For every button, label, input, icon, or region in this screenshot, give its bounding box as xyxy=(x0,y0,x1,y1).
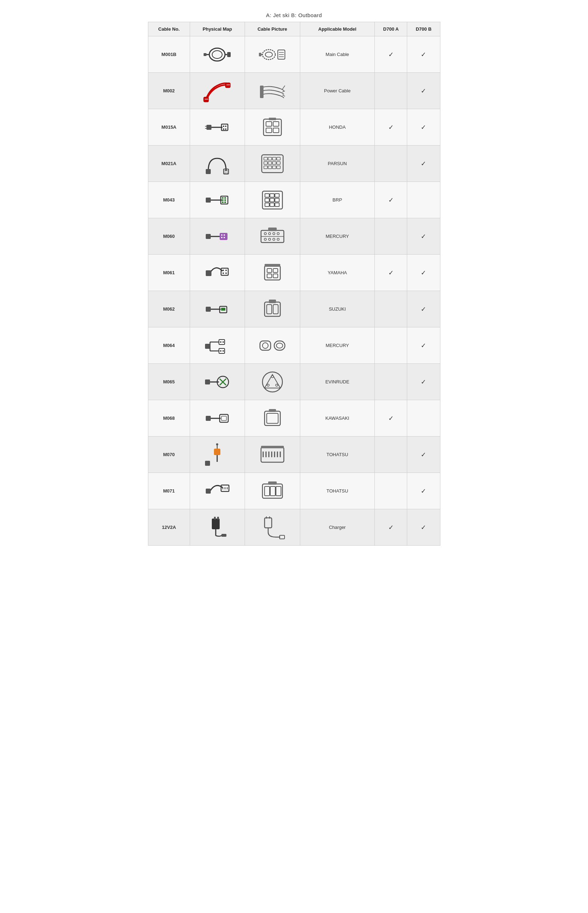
physical-map-cell xyxy=(190,109,245,145)
svg-rect-51 xyxy=(264,162,267,165)
svg-rect-171 xyxy=(217,517,219,520)
cable-picture-cell xyxy=(245,218,300,255)
svg-point-28 xyxy=(225,126,226,127)
cable-picture-icon xyxy=(247,112,298,142)
applicable-model-cell: Main Cable xyxy=(300,36,375,73)
svg-point-129 xyxy=(276,343,283,348)
svg-rect-75 xyxy=(265,203,269,207)
d700b-cell: ✓ xyxy=(407,364,440,400)
cable-picture-icon xyxy=(247,403,298,433)
svg-point-94 xyxy=(277,238,279,241)
svg-rect-38 xyxy=(273,128,279,133)
svg-rect-47 xyxy=(264,157,267,160)
svg-line-24 xyxy=(283,95,285,96)
svg-point-42 xyxy=(225,170,226,171)
svg-rect-167 xyxy=(276,486,281,496)
svg-rect-62 xyxy=(224,197,226,199)
physical-map-cell xyxy=(190,218,245,255)
svg-rect-73 xyxy=(270,198,274,202)
cable-picture-cell xyxy=(245,509,300,546)
cable-picture-cell xyxy=(245,109,300,145)
svg-rect-31 xyxy=(207,125,212,130)
svg-point-9 xyxy=(262,50,275,60)
svg-rect-169 xyxy=(212,519,220,529)
svg-rect-63 xyxy=(222,199,224,201)
checkmark-icon: ✓ xyxy=(421,488,426,494)
cable-picture-icon xyxy=(247,149,298,179)
d700a-cell xyxy=(375,436,407,473)
cable-picture-icon xyxy=(247,367,298,397)
svg-point-92 xyxy=(268,238,271,241)
svg-rect-39 xyxy=(269,118,276,120)
svg-line-23 xyxy=(283,91,285,92)
d700a-cell xyxy=(375,218,407,255)
svg-point-124 xyxy=(223,350,224,352)
svg-rect-40 xyxy=(206,169,211,174)
cable-picture-cell xyxy=(245,36,300,73)
svg-rect-106 xyxy=(267,274,272,278)
col-d700b: D700 B xyxy=(407,22,440,36)
svg-rect-151 xyxy=(261,446,284,448)
table-row: M002 Power Cable✓ xyxy=(148,73,440,109)
cable-picture-cell xyxy=(245,327,300,364)
svg-rect-61 xyxy=(222,197,224,199)
physical-map-cell xyxy=(190,255,245,291)
svg-point-148 xyxy=(216,443,218,446)
svg-rect-71 xyxy=(275,194,279,197)
svg-rect-77 xyxy=(275,203,279,207)
svg-rect-69 xyxy=(265,194,269,197)
col-cable-picture: Cable Picture xyxy=(245,22,300,36)
svg-rect-107 xyxy=(273,274,278,278)
svg-point-127 xyxy=(262,343,268,349)
physical-map-icon xyxy=(192,512,242,543)
checkmark-icon: ✓ xyxy=(388,415,394,422)
svg-rect-165 xyxy=(265,486,270,496)
physical-map-cell xyxy=(190,36,245,73)
cable-no-cell: M002 xyxy=(148,73,190,109)
cable-no-cell: M071 xyxy=(148,473,190,509)
cable-picture-icon xyxy=(247,185,298,215)
checkmark-icon: ✓ xyxy=(421,342,426,349)
applicable-model-cell: PARSUN xyxy=(300,145,375,182)
svg-point-43 xyxy=(227,170,228,171)
cable-picture-icon xyxy=(247,39,298,69)
physical-map-icon xyxy=(192,476,242,506)
d700a-cell xyxy=(375,145,407,182)
svg-rect-17 xyxy=(204,97,208,102)
checkmark-icon: ✓ xyxy=(388,124,394,131)
svg-rect-173 xyxy=(221,534,226,537)
cable-picture-icon xyxy=(247,330,298,360)
cable-no-cell: M068 xyxy=(148,400,190,436)
svg-rect-143 xyxy=(267,413,278,423)
table-row: M060 MERCURY✓ xyxy=(148,218,440,255)
d700a-cell: ✓ xyxy=(375,36,407,73)
physical-map-icon xyxy=(192,257,242,288)
d700a-cell: ✓ xyxy=(375,255,407,291)
svg-point-91 xyxy=(264,238,267,241)
checkmark-icon: ✓ xyxy=(421,378,426,386)
d700b-cell: ✓ xyxy=(407,509,440,546)
svg-point-89 xyxy=(273,233,275,235)
svg-rect-65 xyxy=(222,202,224,203)
physical-map-icon xyxy=(192,149,242,179)
cable-no-cell: M061 xyxy=(148,255,190,291)
cable-picture-icon xyxy=(247,476,298,506)
cable-picture-cell xyxy=(245,291,300,327)
d700b-cell xyxy=(407,400,440,436)
applicable-model-cell: Power Cable xyxy=(300,73,375,109)
svg-rect-110 xyxy=(221,308,225,311)
cable-picture-cell xyxy=(245,436,300,473)
cable-picture-icon xyxy=(247,440,298,470)
svg-rect-96 xyxy=(221,268,228,275)
cable-no-cell: 12V2A xyxy=(148,509,190,546)
cable-picture-icon xyxy=(247,76,298,106)
cable-no-cell: M060 xyxy=(148,218,190,255)
svg-point-137 xyxy=(276,384,278,386)
d700b-cell: ✓ xyxy=(407,218,440,255)
svg-rect-35 xyxy=(266,121,272,126)
table-row: M064 MERCURY✓ xyxy=(148,327,440,364)
cable-picture-cell xyxy=(245,364,300,400)
svg-rect-132 xyxy=(205,380,210,385)
cable-picture-cell xyxy=(245,473,300,509)
checkmark-icon: ✓ xyxy=(388,197,394,204)
